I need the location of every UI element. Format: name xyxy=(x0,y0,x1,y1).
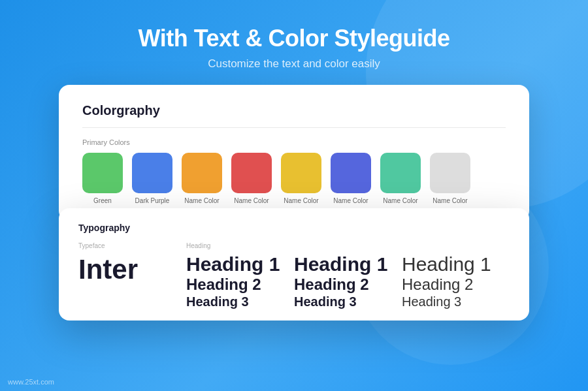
col-heading-2-header xyxy=(294,242,402,251)
swatch-item: Dark Purple xyxy=(132,153,172,204)
heading-3-medium: Heading 3 xyxy=(294,294,402,309)
swatch-box xyxy=(82,153,123,193)
swatch-label: Name Color xyxy=(383,197,417,204)
swatch-label: Name Color xyxy=(284,197,318,204)
typography-header-row: Typeface Heading xyxy=(78,242,510,251)
typography-title: Typography xyxy=(78,223,510,233)
primary-colors-label: Primary Colors xyxy=(82,138,506,146)
heading-1-regular: Heading 1 xyxy=(402,253,510,275)
typeface-label: Typeface xyxy=(78,242,186,249)
typography-card: Typography Typeface Heading Inter xyxy=(59,208,529,321)
watermark: www.25xt.com xyxy=(8,378,54,386)
swatch-box xyxy=(281,153,321,193)
swatch-box xyxy=(430,153,470,193)
swatch-item: Name Color xyxy=(380,153,421,204)
colorgraphy-title: Colorgraphy xyxy=(82,103,506,118)
heading-3-bold: Heading 3 xyxy=(186,294,294,309)
heading-1-medium: Heading 1 xyxy=(294,253,402,275)
swatch-item: Name Color xyxy=(231,153,272,204)
swatch-box xyxy=(231,153,272,193)
typography-rows: Inter Heading 1 Heading 2 Heading 3 Head… xyxy=(78,253,510,309)
color-swatches: GreenDark PurpleName ColorName ColorName… xyxy=(82,153,506,204)
swatch-box xyxy=(380,153,421,193)
col-typeface-header: Typeface xyxy=(78,242,186,251)
swatch-item: Green xyxy=(82,153,123,204)
subtitle: Customize the text and color easily xyxy=(0,57,588,70)
heading-2-regular: Heading 2 xyxy=(402,276,510,293)
swatch-box xyxy=(182,153,222,193)
swatch-item: Name Color xyxy=(281,153,321,204)
main-title: With Text & Color Styleguide xyxy=(0,25,588,52)
heading-1-bold: Heading 1 xyxy=(186,253,294,275)
swatch-label: Name Color xyxy=(333,197,368,204)
swatch-item: Name Color xyxy=(430,153,470,204)
swatch-label: Name Color xyxy=(184,197,219,204)
divider xyxy=(82,127,506,128)
heading-col-regular: Heading 1 Heading 2 Heading 3 xyxy=(402,253,510,309)
swatch-label: Dark Purple xyxy=(135,197,170,204)
heading-col-medium: Heading 1 Heading 2 Heading 3 xyxy=(294,253,402,309)
col-heading-1-header: Heading xyxy=(186,242,294,251)
typeface-name: Inter xyxy=(78,253,186,283)
swatch-box xyxy=(132,153,172,193)
heading-col-bold: Heading 1 Heading 2 Heading 3 xyxy=(186,253,294,309)
header: With Text & Color Styleguide Customize t… xyxy=(0,0,588,70)
swatch-box xyxy=(331,153,371,193)
cards-area: Colorgraphy Primary Colors GreenDark Pur… xyxy=(59,85,529,321)
heading-2-medium: Heading 2 xyxy=(294,276,402,293)
col-heading-3-header xyxy=(402,242,510,251)
heading-3-regular: Heading 3 xyxy=(402,294,510,309)
swatch-label: Name Color xyxy=(234,197,269,204)
heading-label-1: Heading xyxy=(186,242,294,249)
swatch-label: Name Color xyxy=(433,197,467,204)
colorgraphy-card: Colorgraphy Primary Colors GreenDark Pur… xyxy=(59,85,529,221)
heading-2-bold: Heading 2 xyxy=(186,276,294,293)
typography-table: Typeface Heading Inter Heading 1 Heading… xyxy=(78,242,510,309)
swatch-item: Name Color xyxy=(182,153,222,204)
swatch-label: Green xyxy=(93,197,112,204)
swatch-item: Name Color xyxy=(331,153,371,204)
